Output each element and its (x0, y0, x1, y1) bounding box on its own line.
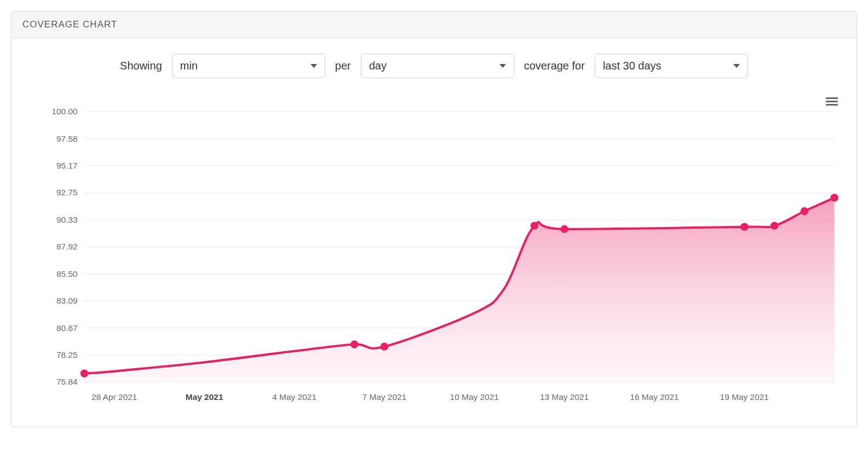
range-select[interactable]: last 30 days (595, 54, 748, 78)
showing-label: Showing (120, 60, 162, 72)
chevron-down-icon (733, 64, 740, 68)
svg-point-28 (771, 222, 778, 229)
svg-text:87.92: 87.92 (56, 242, 78, 251)
interval-select[interactable]: day (361, 54, 514, 78)
range-value: last 30 days (603, 60, 662, 72)
svg-text:May 2021: May 2021 (186, 392, 223, 402)
svg-text:80.67: 80.67 (56, 323, 78, 333)
svg-point-26 (560, 225, 568, 233)
per-label: per (335, 60, 351, 72)
svg-text:10 May 2021: 10 May 2021 (450, 392, 499, 402)
interval-value: day (369, 60, 387, 72)
svg-text:95.17: 95.17 (56, 161, 78, 170)
card-title: COVERAGE CHART (22, 19, 117, 30)
svg-text:28 Apr 2021: 28 Apr 2021 (91, 392, 137, 402)
svg-point-27 (740, 223, 748, 230)
svg-point-23 (350, 340, 358, 348)
svg-text:7 May 2021: 7 May 2021 (363, 392, 407, 402)
svg-text:16 May 2021: 16 May 2021 (630, 392, 679, 402)
aggregation-select[interactable]: min (172, 54, 325, 78)
svg-text:83.09: 83.09 (56, 296, 78, 305)
svg-point-30 (830, 194, 838, 201)
svg-point-22 (81, 369, 88, 377)
svg-text:85.50: 85.50 (56, 269, 78, 278)
card-header: COVERAGE CHART (12, 11, 856, 38)
svg-point-24 (381, 342, 388, 350)
svg-text:78.25: 78.25 (56, 350, 78, 359)
chart-area: 75.8478.2580.6783.0985.5087.9290.3392.75… (12, 89, 856, 427)
coverage-line-chart: 75.8478.2580.6783.0985.5087.9290.3392.75… (28, 95, 840, 410)
svg-point-25 (531, 222, 538, 229)
svg-text:75.84: 75.84 (56, 377, 78, 386)
chevron-down-icon (311, 64, 317, 68)
chart-menu-icon[interactable] (824, 94, 840, 109)
svg-text:100.00: 100.00 (51, 107, 77, 116)
svg-text:4 May 2021: 4 May 2021 (272, 392, 317, 402)
svg-text:92.75: 92.75 (56, 188, 78, 197)
aggregation-value: min (180, 60, 198, 72)
svg-text:97.58: 97.58 (56, 134, 78, 143)
svg-point-29 (801, 207, 808, 215)
coverage-for-label: coverage for (524, 60, 585, 72)
chevron-down-icon (499, 64, 506, 68)
svg-text:90.33: 90.33 (56, 215, 78, 224)
svg-text:13 May 2021: 13 May 2021 (540, 392, 589, 402)
svg-text:19 May 2021: 19 May 2021 (720, 392, 769, 402)
coverage-chart-card: COVERAGE CHART Showing min per day cover… (11, 11, 857, 427)
chart-controls: Showing min per day coverage for last 30… (12, 38, 856, 89)
